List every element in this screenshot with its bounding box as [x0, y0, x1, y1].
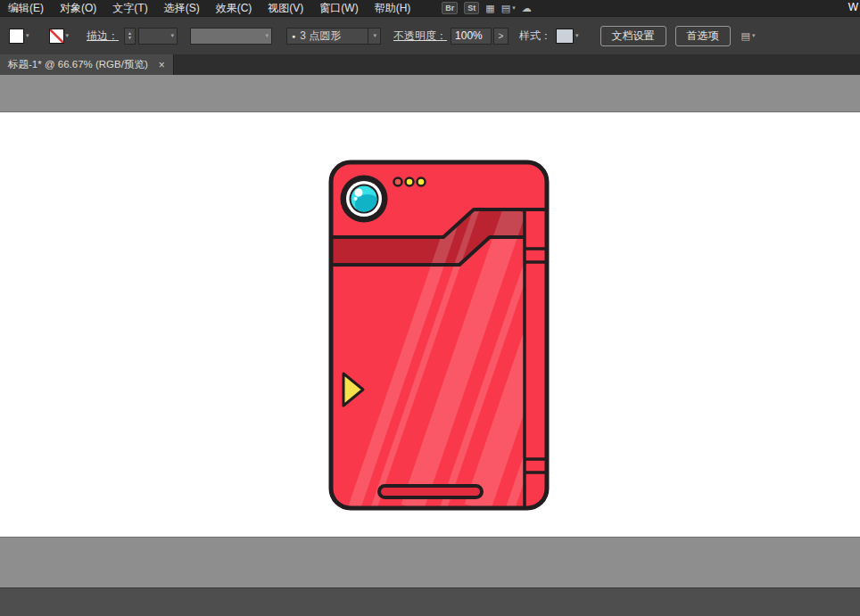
chevron-down-icon: ▾ [26, 32, 29, 39]
indicator-dot-2 [406, 178, 414, 186]
menu-edit[interactable]: 编辑(E) [0, 0, 52, 16]
menu-help[interactable]: 帮助(H) [367, 0, 419, 16]
panel-icon: ▤ [741, 28, 750, 44]
lens-highlight-small [354, 197, 358, 201]
speaker-slot [379, 486, 482, 497]
menu-bar: 编辑(E) 对象(O) 文字(T) 选择(S) 效果(C) 视图(V) 窗口(W… [0, 0, 860, 16]
chevron-down-icon: ▾ [752, 32, 756, 39]
opacity-input[interactable]: 100% [451, 28, 492, 45]
indicator-dot-1 [394, 178, 402, 186]
menu-view[interactable]: 视图(V) [260, 0, 311, 16]
stock-icon[interactable]: St [464, 2, 479, 14]
brush-name: 3 点圆形 [300, 29, 341, 44]
fill-color-control[interactable]: ▾ [9, 29, 29, 44]
opacity-expand-button[interactable]: > [493, 28, 509, 45]
indicator-lights [394, 178, 426, 186]
chevron-down-icon: ▾ [512, 4, 516, 12]
control-bar: ▾ ▾ 描边： ▲ ▼ ▾ ▾ ● 3 点圆形 ▾ 不透明度： 100% > 样… [0, 16, 860, 55]
close-icon[interactable]: × [159, 60, 165, 70]
stroke-weight-label[interactable]: 描边： [87, 29, 119, 44]
brush-chevron[interactable]: ▾ [368, 29, 381, 44]
workspace-switcher[interactable]: ▤ ▾ [501, 0, 516, 16]
artwork-device[interactable] [327, 159, 550, 512]
document-setup-button[interactable]: 文档设置 [600, 26, 666, 46]
brush-definition-select[interactable]: ● 3 点圆形 ▾ [286, 28, 381, 45]
illustrator-window: 编辑(E) 对象(O) 文字(T) 选择(S) 效果(C) 视图(V) 窗口(W… [0, 0, 860, 616]
fill-color-swatch[interactable] [9, 29, 24, 44]
stroke-color-swatch[interactable] [49, 29, 64, 44]
bottom-panel-strip [0, 587, 860, 616]
chevron-down-icon: ▾ [66, 32, 70, 39]
document-tab-bar: 标题-1* @ 66.67% (RGB/预览) × [0, 54, 860, 75]
lens-highlight [355, 189, 363, 197]
step-down-icon[interactable]: ▼ [128, 36, 132, 40]
chevron-down-icon: ▾ [575, 32, 579, 39]
stroke-weight-select[interactable]: ▾ [138, 28, 178, 45]
variable-width-profile-select: ▾ [190, 28, 272, 45]
lens [341, 176, 388, 223]
chevron-down-icon: ▾ [374, 32, 377, 39]
style-label: 样式： [519, 29, 551, 44]
menu-type[interactable]: 文字(T) [104, 0, 155, 16]
stroke-weight-stepper[interactable]: ▲ ▼ [124, 28, 136, 45]
bridge-icon[interactable]: Br [442, 2, 458, 14]
cloud-sync-icon[interactable]: ☁ [522, 0, 532, 16]
workspace-icon: ▤ [501, 0, 510, 16]
panel-options-control[interactable]: ▤ ▾ [741, 28, 756, 44]
menu-extras: Br St ▦ ▤ ▾ ☁ [442, 0, 531, 16]
opacity-label[interactable]: 不透明度： [393, 29, 447, 44]
document-tab-title: 标题-1* @ 66.67% (RGB/预览) [8, 58, 148, 71]
arrange-documents-icon[interactable]: ▦ [485, 0, 494, 16]
preferences-button[interactable]: 首选项 [675, 26, 731, 46]
menu-effect[interactable]: 效果(C) [208, 0, 260, 16]
stroke-color-control[interactable]: ▾ [49, 29, 70, 44]
style-swatch-control[interactable]: ▾ [556, 29, 579, 44]
window-partial-letter: W [848, 1, 858, 13]
document-tab[interactable]: 标题-1* @ 66.67% (RGB/预览) × [0, 54, 174, 75]
chevron-down-icon: ▾ [266, 32, 269, 39]
menu-object[interactable]: 对象(O) [52, 0, 104, 16]
menu-select[interactable]: 选择(S) [156, 0, 208, 16]
style-swatch[interactable] [556, 29, 574, 44]
chevron-down-icon: ▾ [171, 32, 175, 39]
brush-dot-icon: ● [292, 33, 295, 39]
indicator-dot-3 [418, 178, 426, 186]
menu-window[interactable]: 窗口(W) [311, 0, 366, 16]
